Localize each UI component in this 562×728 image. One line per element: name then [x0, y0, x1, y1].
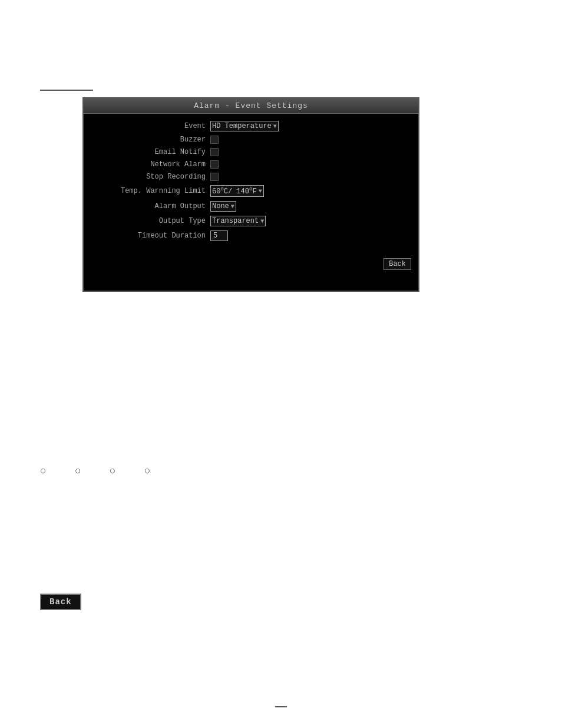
timeout-duration-row: Timeout Duration 5: [95, 230, 406, 241]
network-alarm-checkbox[interactable]: [210, 160, 219, 169]
output-type-value: Transparent: [212, 217, 259, 225]
bottom-dash: [275, 706, 287, 707]
bottom-circles: ○ ○ ○ ○: [40, 465, 151, 477]
large-back-button[interactable]: Back: [40, 594, 81, 610]
alarm-event-dialog: Alarm - Event Settings Event HD Temperat…: [82, 97, 419, 292]
network-alarm-label: Network Alarm: [95, 160, 210, 169]
event-row: Event HD Temperature ▼: [95, 121, 406, 131]
alarm-output-arrow: ▼: [231, 203, 234, 210]
event-select-value: HD Temperature: [212, 122, 272, 130]
temp-warning-select[interactable]: 60oC/ 140oF ▼: [210, 185, 264, 197]
stop-recording-label: Stop Recording: [95, 173, 210, 181]
output-type-row: Output Type Transparent ▼: [95, 216, 406, 226]
email-notify-checkbox[interactable]: [210, 148, 219, 156]
circle-4: ○: [144, 465, 151, 477]
circle-2: ○: [75, 465, 81, 477]
event-label: Event: [95, 122, 210, 130]
alarm-output-row: Alarm Output None ▼: [95, 201, 406, 212]
network-alarm-row: Network Alarm: [95, 160, 406, 169]
alarm-output-value: None: [212, 202, 229, 210]
timeout-duration-input[interactable]: 5: [210, 230, 228, 241]
dialog-title: Alarm - Event Settings: [84, 98, 418, 114]
event-select-arrow: ▼: [273, 123, 277, 130]
email-notify-label: Email Notify: [95, 148, 210, 156]
stop-recording-checkbox[interactable]: [210, 173, 219, 181]
output-type-select[interactable]: Transparent ▼: [210, 216, 266, 226]
temp-warning-row: Temp. Warnning Limit 60oC/ 140oF ▼: [95, 185, 406, 197]
back-button[interactable]: Back: [384, 258, 411, 270]
alarm-output-select[interactable]: None ▼: [210, 201, 236, 212]
temp-warning-label: Temp. Warnning Limit: [95, 187, 210, 195]
form-content: Event HD Temperature ▼ Buzzer Email Noti…: [84, 114, 418, 252]
timeout-duration-value: 5: [213, 232, 217, 240]
email-notify-row: Email Notify: [95, 148, 406, 156]
temp-warning-arrow: ▼: [259, 188, 262, 195]
output-type-label: Output Type: [95, 217, 210, 225]
timeout-duration-label: Timeout Duration: [95, 232, 210, 240]
back-button-row: Back: [84, 256, 418, 272]
output-type-arrow: ▼: [260, 218, 264, 225]
alarm-output-label: Alarm Output: [95, 202, 210, 210]
stop-recording-row: Stop Recording: [95, 173, 406, 181]
event-select[interactable]: HD Temperature ▼: [210, 121, 279, 131]
buzzer-row: Buzzer: [95, 136, 406, 144]
buzzer-label: Buzzer: [95, 136, 210, 144]
buzzer-checkbox[interactable]: [210, 136, 219, 144]
temp-warning-value: 60oC/ 140oF: [212, 186, 257, 196]
top-line: [40, 90, 93, 91]
circle-3: ○: [110, 465, 116, 477]
circle-1: ○: [40, 465, 47, 477]
